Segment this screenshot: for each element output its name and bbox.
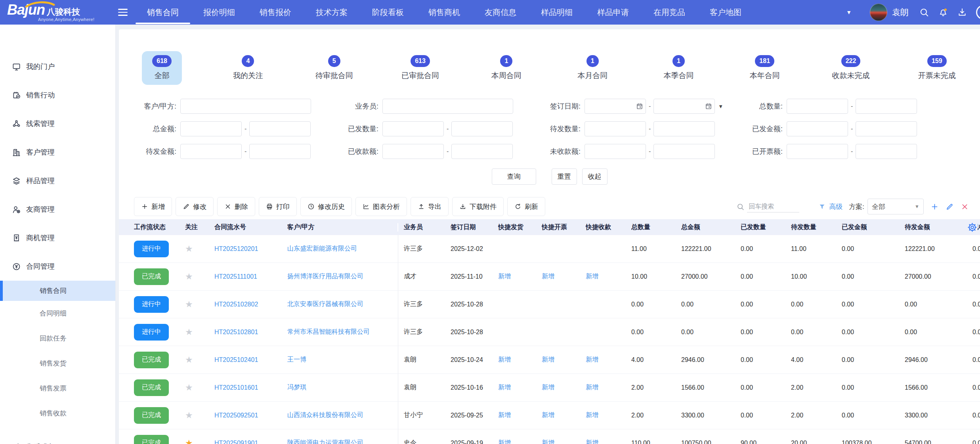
nav-item-[interactable]: 销售报价 (247, 0, 304, 25)
nav-item-[interactable]: 样品申请 (585, 0, 641, 25)
scheme-select[interactable]: 全部 ▼ (867, 199, 924, 214)
download-toolbar-button[interactable]: 下载附件 (452, 197, 504, 216)
contract-link[interactable]: HT2025091901 (214, 440, 258, 444)
company-link[interactable]: 山西清众科技股份有限公司 (287, 411, 363, 419)
sidebar-item[interactable]: 合同管理 (0, 252, 115, 281)
filter-range-from-input[interactable] (585, 121, 646, 136)
stat-filter-active[interactable]: 618 全部 (142, 51, 182, 85)
favorite-star[interactable]: ★ (185, 410, 193, 420)
notifications-bell-icon[interactable] (938, 7, 948, 17)
filter-range-to-input[interactable] (856, 99, 917, 114)
quick-add-link[interactable]: 新增 (498, 384, 511, 390)
sidebar-subitem[interactable]: 回款任务 (0, 326, 115, 351)
company-link[interactable]: 冯梦琪 (287, 383, 306, 392)
filter-range-from-input[interactable] (180, 121, 242, 136)
quick-add-link[interactable]: 新增 (542, 439, 554, 444)
sidebar-subitem-active[interactable]: 销售合同 (0, 281, 115, 301)
quick-add-link[interactable]: 新增 (542, 411, 554, 418)
download-icon[interactable] (957, 7, 967, 17)
sidebar-subitem[interactable]: 合同明细 (0, 301, 115, 326)
quick-add-link[interactable]: 新增 (586, 356, 598, 363)
reset-button[interactable]: 重置 (552, 168, 577, 185)
quick-add-link[interactable]: 新增 (498, 411, 511, 418)
filter-range-to-input[interactable] (653, 121, 715, 136)
refresh-toolbar-button[interactable]: 刷新 (507, 197, 545, 216)
stat-filter-item[interactable]: 613 已审批合同 (391, 51, 449, 85)
quick-add-link[interactable]: 新增 (542, 356, 554, 363)
favorite-star[interactable]: ★ (185, 244, 193, 254)
quick-add-link[interactable]: 新增 (498, 439, 511, 444)
stat-filter-item[interactable]: 159 开票未完成 (908, 51, 966, 85)
x-toolbar-button[interactable]: 删除 (217, 197, 255, 216)
company-link[interactable]: 王一博 (287, 356, 306, 364)
sidebar-item[interactable]: 我的门户 (0, 52, 115, 81)
sidebar-item[interactable]: 线索管理 (0, 109, 115, 138)
nav-overflow-caret-icon[interactable]: ▼ (846, 9, 852, 15)
nav-item-[interactable]: 在用竞品 (641, 0, 697, 25)
favorite-star[interactable]: ★ (185, 272, 193, 281)
company-link[interactable]: 北京安泰医疗器械有限公司 (287, 300, 363, 308)
contract-link[interactable]: HT2025120201 (214, 245, 258, 252)
contract-link[interactable]: HT2025102801 (214, 329, 258, 335)
favorite-star[interactable]: ★ (185, 327, 193, 337)
nav-item-active[interactable]: 销售合同 (135, 0, 191, 25)
company-link[interactable]: 山东盛宏新能源有限公司 (287, 245, 357, 253)
sidebar-item[interactable]: 样品管理 (0, 166, 115, 195)
nav-item-[interactable]: 客户地图 (697, 0, 754, 25)
quick-add-link[interactable]: 新增 (498, 273, 511, 279)
table-search-icon[interactable] (736, 203, 745, 211)
pencil-toolbar-button[interactable]: 修改 (176, 197, 214, 216)
filter-range-to-input[interactable] (856, 121, 917, 136)
stat-filter-item[interactable]: 1 本月合同 (567, 51, 618, 85)
sidebar-subitem[interactable]: 销售发货 (0, 351, 115, 376)
quick-add-link[interactable]: 新增 (586, 384, 598, 390)
sidebar-subitem[interactable]: 销售收款 (0, 401, 115, 426)
favorite-star[interactable]: ★ (185, 299, 193, 309)
nav-item-[interactable]: 销售商机 (416, 0, 472, 25)
contract-link[interactable]: HT2025101601 (214, 384, 258, 391)
sidebar-item[interactable]: 商机管理 (0, 224, 115, 252)
filter-range-to-input[interactable] (451, 144, 513, 159)
filter-range-from-input[interactable] (787, 121, 848, 136)
filter-funnel-icon[interactable] (818, 203, 826, 211)
menu-hamburger-icon[interactable] (118, 9, 128, 16)
nav-item-[interactable]: 技术方案 (304, 0, 360, 25)
nav-item-[interactable]: 样品明细 (529, 0, 585, 25)
stat-filter-item[interactable]: 222 收款未完成 (822, 51, 880, 85)
table-search-input[interactable] (747, 201, 799, 212)
quick-add-link[interactable]: 新增 (586, 273, 598, 279)
edit-scheme-icon[interactable] (946, 203, 954, 211)
sidebar-item[interactable]: 销售行动 (0, 81, 115, 109)
sidebar-item[interactable]: 售后服务 (0, 433, 115, 444)
company-link[interactable]: 常州市禾昌智能科技有限公司 (287, 328, 370, 336)
collapse-button[interactable]: 收起 (582, 168, 607, 185)
stat-filter-item[interactable]: 1 本周合同 (481, 51, 532, 85)
company-link[interactable]: 扬州博洋医疗用品有限公司 (287, 272, 363, 281)
clock-toolbar-button[interactable]: 修改历史 (300, 197, 352, 216)
filter-input[interactable] (180, 99, 311, 114)
nav-item-[interactable]: 友商信息 (472, 0, 529, 25)
filter-input[interactable] (382, 99, 513, 114)
sidebar-subitem[interactable]: 销售发票 (0, 376, 115, 401)
filter-range-from-input[interactable] (787, 99, 848, 114)
quick-add-link[interactable]: 新增 (542, 384, 554, 390)
sidebar-item[interactable]: 客户管理 (0, 138, 115, 166)
username[interactable]: 袁朗 (892, 7, 909, 18)
filter-range-to-input[interactable] (249, 144, 311, 159)
query-button[interactable]: 查询 (492, 168, 536, 185)
favorite-star[interactable]: ★ (185, 383, 193, 392)
upload-toolbar-button[interactable]: 导出 (411, 197, 449, 216)
avatar[interactable] (870, 4, 887, 21)
stat-filter-item[interactable]: 181 本年合同 (739, 51, 790, 85)
filter-range-from-input[interactable] (787, 144, 848, 159)
favorite-star[interactable]: ★ (185, 355, 193, 365)
filter-range-to-input[interactable] (856, 144, 917, 159)
calendar-icon[interactable] (636, 103, 643, 110)
company-link[interactable]: 陕西能源电力运营有限公司 (287, 439, 363, 444)
date-mode-caret-icon[interactable]: ▼ (718, 103, 723, 109)
stat-filter-item[interactable]: 5 待审批合同 (305, 51, 363, 85)
filter-range-from-input[interactable] (382, 121, 444, 136)
filter-range-from-input[interactable] (382, 144, 444, 159)
column-settings-gear-icon[interactable] (967, 222, 978, 233)
advanced-filter-link[interactable]: 高级 (829, 202, 842, 211)
